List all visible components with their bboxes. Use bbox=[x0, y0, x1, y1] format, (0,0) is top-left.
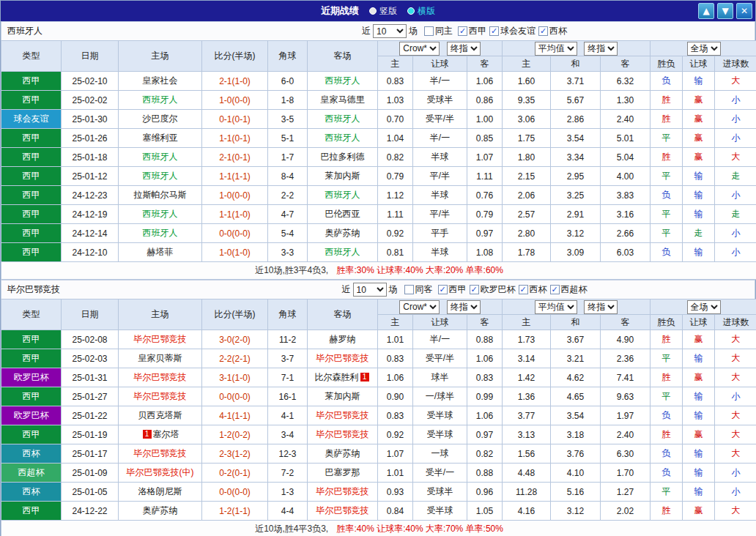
league-filter-checkbox[interactable]: ✓西杯 bbox=[519, 283, 547, 296]
league-filter-checkbox[interactable]: ✓欧罗巴杯 bbox=[470, 283, 516, 296]
away-team-cell[interactable]: 毕尔巴鄂竞技 bbox=[308, 406, 378, 425]
team-name-link[interactable]: 西班牙人 bbox=[325, 190, 360, 200]
score-cell[interactable]: 0-2(0-1) bbox=[202, 464, 268, 483]
team-name-link[interactable]: 毕尔巴鄂竞技 bbox=[134, 391, 187, 401]
team-name-link[interactable]: 洛格朗尼斯 bbox=[138, 486, 182, 496]
away-team-cell[interactable]: 毕尔巴鄂竞技 bbox=[308, 502, 378, 521]
team-name-link[interactable]: 毕尔巴鄂竞技 bbox=[134, 334, 187, 344]
team-name-link[interactable]: 莱加内斯 bbox=[325, 391, 360, 401]
team-name-link[interactable]: 毕尔巴鄂竞技 bbox=[134, 448, 187, 458]
score-cell[interactable]: 0-0(0-0) bbox=[202, 483, 268, 502]
team-name-link[interactable]: 皇家马德里 bbox=[321, 94, 365, 105]
score-cell[interactable]: 0-1(0-1) bbox=[202, 110, 268, 129]
home-team-cell[interactable]: 贝西克塔斯 bbox=[119, 406, 202, 425]
away-team-cell[interactable]: 毕尔巴鄂竞技 bbox=[308, 483, 378, 502]
home-team-cell[interactable]: 赫塔菲 bbox=[119, 243, 202, 262]
league-filter-checkbox[interactable]: ✓西超杯 bbox=[550, 283, 588, 296]
scroll-down-button[interactable]: ▼ bbox=[717, 3, 733, 19]
team-name-link[interactable]: 毕尔巴鄂竞技 bbox=[316, 486, 369, 496]
away-team-cell[interactable]: 奥萨苏纳 bbox=[308, 224, 378, 243]
league-filter-checkbox[interactable]: ✓球会友谊 bbox=[489, 25, 536, 37]
away-team-cell[interactable]: 西班牙人 bbox=[308, 72, 378, 91]
same-venue-checkbox[interactable]: 同主 bbox=[424, 25, 453, 37]
scroll-up-button[interactable]: ▲ bbox=[698, 3, 714, 19]
away-team-cell[interactable]: 巴塞罗那 bbox=[308, 464, 378, 483]
score-cell[interactable]: 0-0(0-0) bbox=[202, 387, 268, 406]
home-team-cell[interactable]: 1塞尔塔 bbox=[119, 425, 202, 444]
league-filter-checkbox[interactable]: ✓西甲 bbox=[438, 283, 467, 296]
team-name-link[interactable]: 巴拉多利德 bbox=[321, 152, 365, 162]
asian-odds-stage-select[interactable]: 终指 bbox=[447, 300, 481, 314]
away-team-cell[interactable]: 皇家马德里 bbox=[308, 91, 378, 110]
team-name-link[interactable]: 奥萨苏纳 bbox=[143, 505, 178, 515]
team-name-link[interactable]: 毕尔巴鄂竞技 bbox=[316, 505, 369, 515]
score-cell[interactable]: 3-1(1-0) bbox=[202, 368, 268, 387]
away-team-cell[interactable]: 莱加内斯 bbox=[308, 387, 378, 406]
home-team-cell[interactable]: 皇家贝蒂斯 bbox=[119, 349, 202, 368]
home-team-cell[interactable]: 西班牙人 bbox=[119, 148, 202, 167]
team-name-link[interactable]: 奥萨苏纳 bbox=[325, 448, 360, 458]
away-team-cell[interactable]: 赫罗纳 bbox=[308, 330, 378, 349]
close-button[interactable]: ✕ bbox=[736, 3, 752, 19]
bookmaker-select[interactable]: Crow* bbox=[399, 42, 440, 56]
score-cell[interactable]: 1-2(1-1) bbox=[202, 502, 268, 521]
team-name-link[interactable]: 西班牙人 bbox=[143, 152, 178, 162]
team-name-link[interactable]: 西班牙人 bbox=[143, 209, 178, 219]
team-name-link[interactable]: 西班牙人 bbox=[143, 94, 178, 105]
team-name-link[interactable]: 毕尔巴鄂竞技 bbox=[316, 410, 369, 420]
team-name-link[interactable]: 贝西克塔斯 bbox=[138, 410, 182, 420]
team-name-link[interactable]: 西班牙人 bbox=[325, 133, 360, 143]
score-cell[interactable]: 3-0(2-0) bbox=[202, 330, 268, 349]
radio-horizontal-layout[interactable]: 横版 bbox=[407, 5, 435, 18]
score-cell[interactable]: 1-1(1-0) bbox=[202, 205, 268, 224]
scope-select[interactable]: 全场 bbox=[687, 42, 721, 56]
team-name-link[interactable]: 沙巴度尔 bbox=[143, 113, 178, 124]
away-team-cell[interactable]: 巴伦西亚 bbox=[308, 205, 378, 224]
home-team-cell[interactable]: 毕尔巴鄂竞技 bbox=[119, 368, 202, 387]
score-cell[interactable]: 2-2(2-1) bbox=[202, 349, 268, 368]
away-team-cell[interactable]: 西班牙人 bbox=[308, 110, 378, 129]
home-team-cell[interactable]: 毕尔巴鄂竞技(中) bbox=[119, 464, 202, 483]
asian-odds-stage-select[interactable]: 终指 bbox=[447, 42, 481, 56]
score-cell[interactable]: 1-0(1-0) bbox=[202, 243, 268, 262]
team-name-link[interactable]: 西班牙人 bbox=[325, 75, 360, 86]
team-name-link[interactable]: 西班牙人 bbox=[143, 171, 178, 181]
home-team-cell[interactable]: 西班牙人 bbox=[119, 91, 202, 110]
team-name-link[interactable]: 皇家贝蒂斯 bbox=[138, 353, 182, 363]
home-team-cell[interactable]: 皇家社会 bbox=[119, 72, 202, 91]
away-team-cell[interactable]: 比尔森胜利1 bbox=[308, 368, 378, 387]
away-team-cell[interactable]: 奥萨苏纳 bbox=[308, 444, 378, 464]
score-cell[interactable]: 1-1(1-1) bbox=[202, 167, 268, 186]
home-team-cell[interactable]: 西班牙人 bbox=[119, 224, 202, 243]
score-cell[interactable]: 2-3(1-2) bbox=[202, 444, 268, 464]
match-count-select[interactable]: 10 bbox=[353, 283, 387, 297]
euro-odds-stage-select[interactable]: 终指 bbox=[584, 42, 618, 56]
team-name-link[interactable]: 毕尔巴鄂竞技 bbox=[316, 429, 369, 439]
average-select[interactable]: 平均值 bbox=[535, 300, 577, 314]
score-cell[interactable]: 1-1(0-1) bbox=[202, 129, 268, 148]
same-venue-checkbox[interactable]: 同客 bbox=[404, 283, 433, 296]
home-team-cell[interactable]: 毕尔巴鄂竞技 bbox=[119, 387, 202, 406]
euro-odds-stage-select[interactable]: 终指 bbox=[584, 300, 618, 314]
score-cell[interactable]: 1-0(0-0) bbox=[202, 186, 268, 205]
home-team-cell[interactable]: 奥萨苏纳 bbox=[119, 502, 202, 521]
score-cell[interactable]: 1-2(0-2) bbox=[202, 425, 268, 444]
team-name-link[interactable]: 皇家社会 bbox=[143, 75, 178, 86]
team-name-link[interactable]: 塞尔塔 bbox=[153, 429, 179, 439]
away-team-cell[interactable]: 西班牙人 bbox=[308, 243, 378, 262]
score-cell[interactable]: 0-0(0-0) bbox=[202, 224, 268, 243]
team-name-link[interactable]: 毕尔巴鄂竞技(中) bbox=[127, 467, 194, 477]
team-name-link[interactable]: 赫塔菲 bbox=[147, 247, 174, 257]
away-team-cell[interactable]: 西班牙人 bbox=[308, 129, 378, 148]
radio-vertical-layout[interactable]: 竖版 bbox=[369, 5, 397, 18]
league-filter-checkbox[interactable]: ✓西杯 bbox=[538, 25, 567, 37]
league-filter-checkbox[interactable]: ✓西甲 bbox=[458, 25, 486, 37]
team-name-link[interactable]: 西班牙人 bbox=[325, 247, 360, 257]
home-team-cell[interactable]: 毕尔巴鄂竞技 bbox=[119, 330, 202, 349]
scope-select[interactable]: 全场 bbox=[687, 300, 721, 314]
team-name-link[interactable]: 毕尔巴鄂竞技 bbox=[134, 372, 187, 382]
home-team-cell[interactable]: 毕尔巴鄂竞技 bbox=[119, 444, 202, 464]
team-name-link[interactable]: 西班牙人 bbox=[143, 228, 178, 238]
average-select[interactable]: 平均值 bbox=[535, 42, 577, 56]
team-name-link[interactable]: 巴伦西亚 bbox=[325, 209, 360, 219]
